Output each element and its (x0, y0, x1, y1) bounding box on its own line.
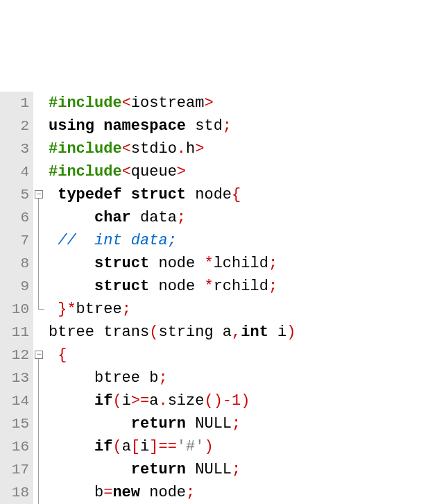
code-content[interactable]: #include<iostream> (46, 92, 446, 115)
fold-gutter (33, 298, 46, 321)
line-number: 6 (0, 206, 33, 229)
fold-toggle-icon[interactable]: − (35, 190, 43, 199)
line-number: 14 (0, 389, 33, 412)
code-content[interactable]: btree b; (46, 367, 446, 389)
code-line[interactable]: 18 b=new node; (0, 481, 446, 504)
line-number: 5 (0, 183, 33, 206)
code-content[interactable]: return NULL; (46, 412, 446, 435)
code-line[interactable]: 10 }*btree; (0, 298, 446, 321)
line-number: 1 (0, 92, 33, 115)
code-line[interactable]: 3#include<stdio.h> (0, 137, 446, 160)
fold-gutter (33, 275, 46, 298)
line-number: 16 (0, 435, 33, 458)
code-line[interactable]: 7 // int data; (0, 229, 446, 252)
line-number: 10 (0, 298, 33, 321)
code-content[interactable]: if(a[i]=='#') (46, 435, 446, 458)
code-line[interactable]: 5− typedef struct node{ (0, 183, 446, 206)
code-content[interactable]: if(i>=a.size()-1) (46, 389, 446, 412)
code-line[interactable]: 11btree trans(string a,int i) (0, 321, 446, 344)
code-line[interactable]: 16 if(a[i]=='#') (0, 435, 446, 458)
code-content[interactable]: char data; (46, 206, 446, 229)
code-content[interactable]: b=new node; (46, 481, 446, 504)
code-line[interactable]: 14 if(i>=a.size()-1) (0, 389, 446, 412)
line-number: 4 (0, 160, 33, 183)
fold-gutter (33, 160, 46, 183)
fold-gutter (33, 389, 46, 412)
code-line[interactable]: 6 char data; (0, 206, 446, 229)
fold-gutter (33, 435, 46, 458)
code-line[interactable]: 4#include<queue> (0, 160, 446, 183)
fold-gutter[interactable]: − (33, 183, 46, 206)
fold-gutter (33, 321, 46, 344)
code-content[interactable]: using namespace std; (46, 115, 446, 137)
fold-toggle-icon[interactable]: − (35, 351, 43, 359)
line-number: 15 (0, 412, 33, 435)
fold-gutter (33, 206, 46, 229)
fold-gutter (33, 458, 46, 481)
fold-gutter (33, 229, 46, 252)
line-number: 11 (0, 321, 33, 344)
code-editor[interactable]: 1#include<iostream>2using namespace std;… (0, 92, 446, 504)
code-content[interactable]: // int data; (46, 229, 446, 252)
code-line[interactable]: 15 return NULL; (0, 412, 446, 435)
code-line[interactable]: 13 btree b; (0, 367, 446, 389)
line-number: 7 (0, 229, 33, 252)
code-content[interactable]: { (46, 344, 446, 367)
line-number: 12 (0, 344, 33, 367)
fold-gutter (33, 412, 46, 435)
fold-gutter[interactable]: − (33, 344, 46, 367)
code-content[interactable]: typedef struct node{ (46, 183, 446, 206)
code-content[interactable]: struct node *rchild; (46, 275, 446, 298)
fold-gutter (33, 92, 46, 115)
code-content[interactable]: }*btree; (46, 298, 446, 321)
fold-gutter (33, 252, 46, 275)
code-content[interactable]: return NULL; (46, 458, 446, 481)
code-line[interactable]: 9 struct node *rchild; (0, 275, 446, 298)
line-number: 9 (0, 275, 33, 298)
line-number: 13 (0, 367, 33, 389)
code-line[interactable]: 8 struct node *lchild; (0, 252, 446, 275)
code-line[interactable]: 17 return NULL; (0, 458, 446, 481)
line-number: 8 (0, 252, 33, 275)
line-number: 3 (0, 137, 33, 160)
line-number: 18 (0, 481, 33, 504)
code-content[interactable]: #include<queue> (46, 160, 446, 183)
line-number: 2 (0, 115, 33, 137)
fold-gutter (33, 137, 46, 160)
code-line[interactable]: 12− { (0, 344, 446, 367)
fold-gutter (33, 481, 46, 504)
code-content[interactable]: #include<stdio.h> (46, 137, 446, 160)
fold-gutter (33, 367, 46, 389)
code-line[interactable]: 1#include<iostream> (0, 92, 446, 115)
line-number: 17 (0, 458, 33, 481)
fold-gutter (33, 115, 46, 137)
code-line[interactable]: 2using namespace std; (0, 115, 446, 137)
code-content[interactable]: btree trans(string a,int i) (46, 321, 446, 344)
code-content[interactable]: struct node *lchild; (46, 252, 446, 275)
